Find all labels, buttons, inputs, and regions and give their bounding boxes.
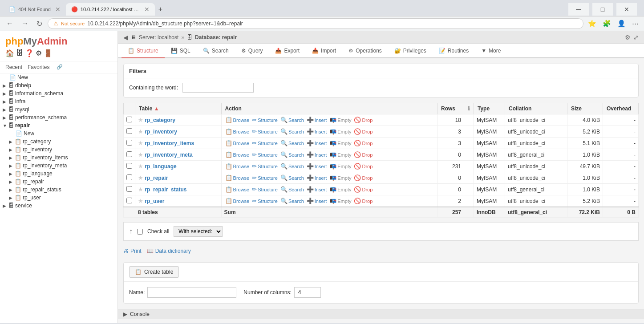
profile-btn[interactable]: 👤 xyxy=(616,19,628,28)
tab-operations[interactable]: ⚙ Operations xyxy=(342,44,388,58)
sidebar-toggle-btn[interactable]: ◀ xyxy=(123,34,128,41)
structure-link-7[interactable]: ✏Structure xyxy=(251,197,279,205)
drop-link-7[interactable]: 🚫Drop xyxy=(353,197,373,205)
table-name-link-7[interactable]: rp_user xyxy=(145,198,164,204)
col-header-rows-info[interactable]: ℹ xyxy=(464,103,474,114)
insert-link-6[interactable]: ➕Insert xyxy=(306,186,328,193)
browse-link-6[interactable]: 📋Browse xyxy=(224,186,251,193)
logo-settings-icon[interactable]: ⚙ xyxy=(36,49,42,57)
browse-link-4[interactable]: 📋Browse xyxy=(224,162,251,170)
new-tab-button[interactable]: + xyxy=(155,4,166,15)
empty-link-5[interactable]: 📭Empty xyxy=(328,174,352,182)
sidebar-tab-favorites[interactable]: Favorites xyxy=(28,64,49,70)
check-up-btn[interactable]: ↑ xyxy=(129,227,133,235)
star-icon-3[interactable]: ★ xyxy=(138,151,143,158)
row-checkbox-4[interactable] xyxy=(126,163,132,169)
row-checkbox-0[interactable] xyxy=(126,117,132,122)
empty-link-4[interactable]: 📭Empty xyxy=(328,162,352,170)
sidebar-item-rp-user[interactable]: ▶ 📋 rp_user xyxy=(0,194,117,202)
insert-link-1[interactable]: ➕Insert xyxy=(306,128,328,135)
empty-link-0[interactable]: 📭Empty xyxy=(328,116,352,124)
insert-link-0[interactable]: ➕Insert xyxy=(306,116,328,124)
sidebar-item-rp-category[interactable]: ▶ 📋 rp_category xyxy=(0,138,117,146)
insert-link-2[interactable]: ➕Insert xyxy=(306,139,328,147)
sidebar-item-repair-new[interactable]: 📄 New xyxy=(0,130,117,138)
filters-title[interactable]: Filters xyxy=(129,68,146,74)
create-columns-input[interactable] xyxy=(294,287,321,298)
tab-query[interactable]: ⚙ Query xyxy=(235,44,269,58)
structure-link-0[interactable]: ✏Structure xyxy=(251,116,279,124)
sidebar-item-mysql[interactable]: ▶ 🗄 mysql xyxy=(0,105,117,113)
tab-export[interactable]: 📤 Export xyxy=(269,44,306,58)
address-bar[interactable]: ⚠ Not secure 10.0.214.222/phpMyAdmin/db_… xyxy=(48,18,583,29)
sidebar-item-rp-inventory-items[interactable]: ▶ 📋 rp_inventory_items xyxy=(0,154,117,162)
sidebar-item-service[interactable]: ▶ 🗄 service xyxy=(0,202,117,210)
print-link[interactable]: 🖨 Print xyxy=(123,248,142,254)
structure-link-2[interactable]: ✏Structure xyxy=(251,139,279,147)
row-checkbox-2[interactable] xyxy=(126,140,132,146)
data-dict-link[interactable]: 📖 Data dictionary xyxy=(147,248,191,254)
row-checkbox-5[interactable] xyxy=(126,174,132,180)
table-name-link-1[interactable]: rp_inventory xyxy=(145,129,177,135)
table-name-link-3[interactable]: rp_inventory_meta xyxy=(145,152,192,158)
search-link-3[interactable]: 🔍Search xyxy=(279,151,305,158)
sidebar-item-dbhelp[interactable]: ▶ 🗄 dbhelp xyxy=(0,81,117,89)
table-name-link-5[interactable]: rp_repair xyxy=(145,175,168,181)
check-all-checkbox[interactable] xyxy=(137,229,143,235)
tab-search[interactable]: 🔍 Search xyxy=(197,44,235,58)
star-icon-7[interactable]: ★ xyxy=(138,198,143,204)
browse-link-7[interactable]: 📋Browse xyxy=(224,197,251,205)
insert-link-7[interactable]: ➕Insert xyxy=(306,197,328,205)
drop-link-5[interactable]: 🚫Drop xyxy=(353,174,373,182)
menu-btn[interactable]: ⋯ xyxy=(630,19,640,28)
bookmarks-btn[interactable]: ⭐ xyxy=(586,19,598,28)
table-name-link-6[interactable]: rp_repair_status xyxy=(145,186,186,193)
sidebar-item-rp-inventory[interactable]: ▶ 📋 rp_inventory xyxy=(0,146,117,154)
logo-help-icon[interactable]: ❓ xyxy=(25,49,34,57)
drop-link-2[interactable]: 🚫Drop xyxy=(353,139,373,147)
structure-link-1[interactable]: ✏Structure xyxy=(251,128,279,135)
settings-btn[interactable]: ⚙ xyxy=(625,34,631,41)
empty-link-7[interactable]: 📭Empty xyxy=(328,197,352,205)
window-close-btn[interactable]: ✕ xyxy=(616,3,637,16)
search-link-1[interactable]: 🔍Search xyxy=(279,128,305,135)
browse-link-3[interactable]: 📋Browse xyxy=(224,151,251,158)
browse-link-5[interactable]: 📋Browse xyxy=(224,174,251,182)
search-link-2[interactable]: 🔍Search xyxy=(279,139,305,147)
row-checkbox-3[interactable] xyxy=(126,151,132,157)
sidebar-item-rp-repair-status[interactable]: ▶ 📋 rp_repair_status xyxy=(0,186,117,194)
browse-link-0[interactable]: 📋Browse xyxy=(224,116,251,124)
star-icon-0[interactable]: ★ xyxy=(138,117,143,123)
sidebar-item-rp-language[interactable]: ▶ 📋 rp_language xyxy=(0,170,117,178)
table-name-link-0[interactable]: rp_category xyxy=(145,117,175,123)
back-button[interactable]: ← xyxy=(4,19,16,28)
empty-link-6[interactable]: 📭Empty xyxy=(328,186,352,193)
sidebar-item-infra[interactable]: ▶ 🗄 infra xyxy=(0,97,117,105)
breadcrumb-server[interactable]: Server: localhost xyxy=(139,34,178,40)
sidebar-item-rp-repair[interactable]: ▶ 📋 rp_repair xyxy=(0,178,117,186)
col-header-table[interactable]: Table ▲ xyxy=(135,103,222,114)
search-link-7[interactable]: 🔍Search xyxy=(279,197,305,205)
reload-button[interactable]: ↻ xyxy=(34,19,45,29)
sidebar-item-rp-inventory-meta[interactable]: ▶ 📋 rp_inventory_meta xyxy=(0,162,117,170)
structure-link-6[interactable]: ✏Structure xyxy=(251,186,279,193)
star-icon-2[interactable]: ★ xyxy=(138,140,143,146)
search-link-5[interactable]: 🔍Search xyxy=(279,174,305,182)
star-icon-4[interactable]: ★ xyxy=(138,163,143,170)
star-icon-6[interactable]: ★ xyxy=(138,186,143,193)
browser-tab-404[interactable]: 📄 404 Not Found ✕ xyxy=(4,3,66,16)
sidebar-item-repair[interactable]: ▼ 🗄 repair xyxy=(0,121,117,130)
row-checkbox-6[interactable] xyxy=(126,186,132,192)
row-checkbox-1[interactable] xyxy=(126,128,132,134)
breadcrumb-db[interactable]: Database: repair xyxy=(195,34,237,40)
drop-link-0[interactable]: 🚫Drop xyxy=(353,116,373,124)
drop-link-3[interactable]: 🚫Drop xyxy=(353,151,373,158)
table-name-link-2[interactable]: rp_inventory_items xyxy=(145,140,194,146)
logo-db-icon[interactable]: 🗄 xyxy=(16,49,23,57)
drop-link-1[interactable]: 🚫Drop xyxy=(353,128,373,135)
browse-link-2[interactable]: 📋Browse xyxy=(224,139,251,147)
browse-link-1[interactable]: 📋Browse xyxy=(224,128,251,135)
logo-home-icon[interactable]: 🏠 xyxy=(5,49,14,57)
extensions-btn[interactable]: 🧩 xyxy=(601,19,613,28)
col-header-rows[interactable]: Rows xyxy=(437,103,464,114)
